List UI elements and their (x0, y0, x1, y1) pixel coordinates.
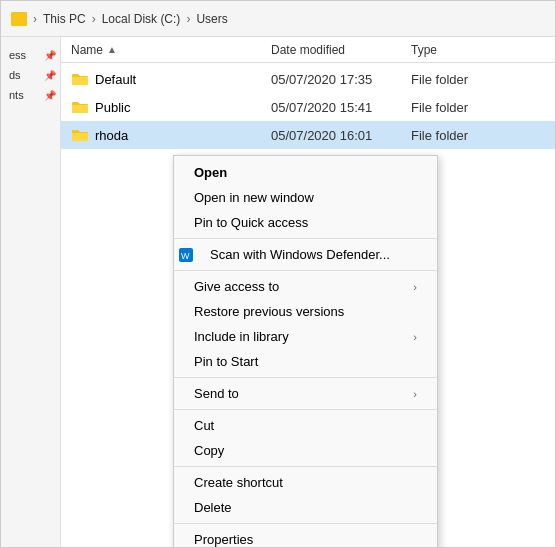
file-rows: Default 05/07/2020 17:35 File folder (61, 63, 555, 151)
ctx-open[interactable]: Open (174, 160, 437, 185)
col-header-type[interactable]: Type (411, 43, 437, 57)
breadcrumb-localdisk[interactable]: Local Disk (C:) (102, 12, 181, 26)
file-list-area: Name ▲ Date modified Type (61, 37, 555, 547)
sort-arrow-icon: ▲ (107, 44, 117, 55)
context-menu: Open Open in new window Pin to Quick acc… (173, 155, 438, 547)
breadcrumb-thispc[interactable]: This PC (43, 12, 86, 26)
ctx-delete[interactable]: Delete (174, 495, 437, 520)
ctx-copy[interactable]: Copy (174, 438, 437, 463)
sidebar-item-1[interactable]: ds 📌 (1, 65, 60, 85)
file-row-public[interactable]: Public 05/07/2020 15:41 File folder (61, 93, 555, 121)
ctx-scan-defender[interactable]: W Scan with Windows Defender... (174, 242, 437, 267)
file-date-public: 05/07/2020 15:41 (271, 100, 411, 115)
ctx-cut[interactable]: Cut (174, 413, 437, 438)
pin-icon-2: 📌 (44, 90, 56, 101)
sidebar: ess 📌 ds 📌 nts 📌 (1, 37, 61, 547)
file-type-default: File folder (411, 72, 468, 87)
file-row-rhoda[interactable]: rhoda 05/07/2020 16:01 File folder (61, 121, 555, 149)
pin-icon-0: 📌 (44, 50, 56, 61)
breadcrumb-users[interactable]: Users (196, 12, 227, 26)
ctx-sep-2 (174, 270, 437, 271)
folder-icon-default (71, 71, 89, 87)
ctx-sep-6 (174, 523, 437, 524)
folder-icon-public (71, 99, 89, 115)
file-name-public: Public (71, 99, 271, 115)
folder-icon-small (11, 12, 27, 26)
breadcrumb-separator-1: › (33, 12, 37, 26)
breadcrumb-separator-2: › (92, 12, 96, 26)
sidebar-item-0[interactable]: ess 📌 (1, 45, 60, 65)
ctx-sep-3 (174, 377, 437, 378)
ctx-arrow-include-library: › (413, 331, 417, 343)
ctx-give-access[interactable]: Give access to › (174, 274, 437, 299)
file-name-rhoda: rhoda (71, 127, 271, 143)
content-area: ess 📌 ds 📌 nts 📌 Name ▲ Date modif (1, 37, 555, 547)
column-headers: Name ▲ Date modified Type (61, 37, 555, 63)
ctx-sep-4 (174, 409, 437, 410)
sidebar-item-2[interactable]: nts 📌 (1, 85, 60, 105)
svg-text:W: W (181, 251, 190, 261)
ctx-open-new-window[interactable]: Open in new window (174, 185, 437, 210)
file-type-public: File folder (411, 100, 468, 115)
col-header-date[interactable]: Date modified (271, 43, 411, 57)
ctx-send-to[interactable]: Send to › (174, 381, 437, 406)
file-type-rhoda: File folder (411, 128, 468, 143)
ctx-pin-quick-access[interactable]: Pin to Quick access (174, 210, 437, 235)
folder-icon-rhoda (71, 127, 89, 143)
ctx-arrow-give-access: › (413, 281, 417, 293)
file-row-default[interactable]: Default 05/07/2020 17:35 File folder (61, 65, 555, 93)
col-header-name[interactable]: Name ▲ (71, 43, 271, 57)
ctx-sep-5 (174, 466, 437, 467)
ctx-pin-start[interactable]: Pin to Start (174, 349, 437, 374)
file-date-rhoda: 05/07/2020 16:01 (271, 128, 411, 143)
address-bar: › This PC › Local Disk (C:) › Users (1, 1, 555, 37)
ctx-include-library[interactable]: Include in library › (174, 324, 437, 349)
pin-icon-1: 📌 (44, 70, 56, 81)
ctx-arrow-send-to: › (413, 388, 417, 400)
file-name-default: Default (71, 71, 271, 87)
ctx-properties[interactable]: Properties (174, 527, 437, 547)
ctx-sep-1 (174, 238, 437, 239)
explorer-window: › This PC › Local Disk (C:) › Users ess … (0, 0, 556, 548)
ctx-create-shortcut[interactable]: Create shortcut (174, 470, 437, 495)
defender-icon: W (178, 247, 194, 263)
breadcrumb-separator-3: › (186, 12, 190, 26)
ctx-restore-versions[interactable]: Restore previous versions (174, 299, 437, 324)
file-date-default: 05/07/2020 17:35 (271, 72, 411, 87)
